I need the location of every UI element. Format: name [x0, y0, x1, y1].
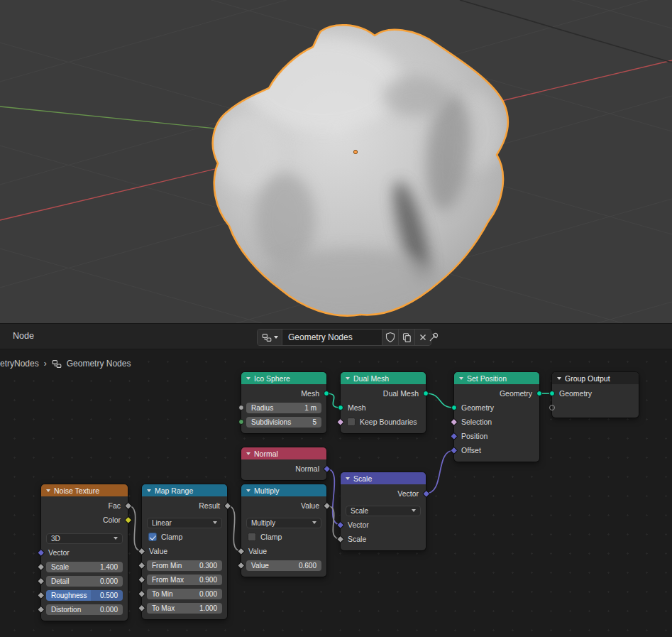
- collapse-chevron-icon[interactable]: [346, 477, 350, 480]
- socket-label: Value: [149, 547, 167, 555]
- collapse-chevron-icon[interactable]: [246, 377, 250, 380]
- input-row-to-min: To Min 0.000: [142, 587, 227, 601]
- detail-field[interactable]: Detail 0.000: [46, 576, 123, 587]
- output-row-color: Color: [41, 513, 128, 527]
- to-min-field[interactable]: To Min 0.000: [147, 589, 222, 599]
- pin-icon: [428, 332, 439, 343]
- node-title: Noise Texture: [54, 486, 99, 495]
- clamp-checkbox[interactable]: [148, 533, 157, 541]
- from-min-field[interactable]: From Min 0.300: [147, 560, 222, 571]
- socket-geometry-input[interactable]: [451, 405, 457, 410]
- collapse-chevron-icon[interactable]: [246, 452, 250, 455]
- interpolation-dropdown[interactable]: Linear: [147, 518, 222, 528]
- output-row-fac: Fac: [41, 499, 128, 513]
- radius-field[interactable]: Radius 1 m: [246, 403, 321, 413]
- node-header[interactable]: Map Range: [142, 484, 227, 496]
- node-title: Normal: [254, 450, 278, 458]
- pin-button[interactable]: [427, 331, 440, 344]
- scale-field[interactable]: Scale 1.400: [46, 562, 123, 572]
- operation-dropdown[interactable]: Multiply: [246, 518, 321, 528]
- node-header[interactable]: Dual Mesh: [341, 372, 426, 384]
- node-header[interactable]: Multiply: [241, 484, 326, 496]
- socket-geometry-input[interactable]: [549, 391, 555, 396]
- to-max-field[interactable]: To Max 1.000: [147, 603, 222, 614]
- socket-dualmesh-output[interactable]: [423, 391, 429, 396]
- input-row-detail: Detail 0.000: [41, 574, 128, 588]
- socket-label: Position: [461, 432, 488, 440]
- breadcrumb: etryNodes › Geometry Nodes: [0, 359, 131, 369]
- field-label: Scale: [51, 563, 69, 571]
- clamp-row: Clamp: [142, 530, 227, 544]
- socket-radius-input[interactable]: [238, 405, 244, 410]
- checkbox-label: Keep Boundaries: [360, 418, 417, 426]
- subdivisions-field[interactable]: Subdivisions 5: [246, 417, 321, 428]
- operation-dropdown[interactable]: Scale: [346, 506, 421, 516]
- blender-window: Node Geometry Nodes: [0, 0, 672, 637]
- collapse-chevron-icon[interactable]: [46, 489, 50, 492]
- clamp-checkbox[interactable]: [248, 533, 256, 541]
- node-noise-texture[interactable]: Noise Texture Fac Color 3D Vector: [41, 484, 128, 621]
- from-max-field[interactable]: From Max 0.900: [147, 575, 222, 585]
- field-label: Roughness: [51, 592, 87, 599]
- node-set-position[interactable]: Set Position Geometry Geometry Selection…: [454, 372, 539, 462]
- value-field[interactable]: Value 0.600: [246, 560, 321, 571]
- collapse-chevron-icon[interactable]: [147, 489, 151, 492]
- node-header[interactable]: Ico Sphere: [241, 372, 326, 384]
- node-header[interactable]: Scale: [341, 472, 426, 484]
- fake-user-button[interactable]: [382, 330, 398, 345]
- tree-name-input[interactable]: Geometry Nodes: [282, 330, 382, 345]
- node-header[interactable]: Normal: [241, 447, 326, 459]
- node-ico-sphere[interactable]: Ico Sphere Mesh Radius 1 m Subdivisions …: [241, 372, 326, 433]
- dimensions-dropdown[interactable]: 3D: [46, 533, 123, 544]
- input-row-to-max: To Max 1.000: [142, 601, 227, 615]
- socket-label: Color: [103, 516, 121, 524]
- dropdown-value: Linear: [152, 519, 172, 527]
- output-row-vector: Vector: [341, 486, 426, 501]
- browse-tree-button[interactable]: [258, 330, 282, 345]
- node-math-multiply[interactable]: Multiply Value Multiply Clamp Value: [241, 484, 326, 577]
- collapse-chevron-icon[interactable]: [246, 489, 250, 492]
- field-label: Radius: [251, 404, 273, 412]
- field-label: Distortion: [51, 606, 81, 614]
- dimensions-row: 3D: [41, 531, 128, 545]
- 3d-viewport[interactable]: [0, 0, 672, 323]
- dropdown-value: Multiply: [251, 519, 275, 527]
- socket-virtual-input[interactable]: [549, 405, 555, 410]
- node-dual-mesh[interactable]: Dual Mesh Dual Mesh Mesh Keep Boundaries: [341, 372, 426, 433]
- node-tree-icon: [52, 359, 62, 369]
- socket-subdivisions-input[interactable]: [238, 419, 244, 425]
- node-map-range[interactable]: Map Range Result Linear Clamp Value: [142, 484, 227, 619]
- input-row-offset: Offset: [454, 443, 539, 457]
- checkbox-label: Clamp: [260, 533, 282, 541]
- new-copy-button[interactable]: [398, 330, 414, 345]
- socket-label: Scale: [348, 535, 366, 543]
- node-group-output[interactable]: Group Output Geometry: [552, 372, 639, 418]
- collapse-chevron-icon[interactable]: [346, 377, 350, 380]
- socket-mesh-input[interactable]: [338, 405, 343, 410]
- node-header[interactable]: Set Position: [454, 372, 539, 384]
- keep-boundaries-checkbox[interactable]: [347, 418, 356, 426]
- breadcrumb-context: etryNodes: [0, 359, 39, 369]
- node-vector-scale[interactable]: Scale Vector Scale Vector Scale: [341, 472, 426, 550]
- mesh-object[interactable]: [213, 25, 508, 320]
- node-tree-id-block: Geometry Nodes: [257, 329, 431, 346]
- field-label: From Max: [152, 576, 184, 584]
- collapse-chevron-icon[interactable]: [557, 377, 561, 380]
- node-normal[interactable]: Normal Normal: [241, 447, 326, 480]
- input-row-radius: Radius 1 m: [241, 401, 326, 415]
- node-title: Multiply: [254, 486, 280, 495]
- socket-geometry-output[interactable]: [536, 391, 542, 396]
- node-menu[interactable]: Node: [13, 331, 34, 341]
- field-label: From Min: [152, 562, 182, 570]
- roughness-field[interactable]: Roughness 0.500: [46, 590, 123, 601]
- node-header[interactable]: Noise Texture: [41, 484, 128, 496]
- node-header[interactable]: Group Output: [552, 372, 639, 384]
- distortion-field[interactable]: Distortion 0.000: [46, 604, 123, 615]
- collapse-chevron-icon[interactable]: [459, 377, 463, 380]
- field-value: 0.600: [299, 562, 316, 570]
- socket-mesh-output[interactable]: [324, 391, 329, 396]
- field-value: 0.900: [199, 576, 217, 584]
- socket-label: Dual Mesh: [383, 389, 419, 398]
- node-title: Scale: [353, 474, 372, 483]
- output-row-dual-mesh: Dual Mesh: [341, 386, 426, 401]
